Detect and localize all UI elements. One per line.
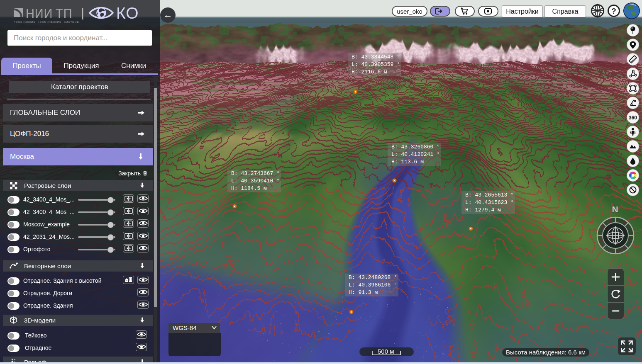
svg-text:КО: КО [116, 4, 139, 22]
svg-text:N: N [612, 204, 618, 214]
svg-text:360: 360 [629, 115, 637, 121]
svg-text:НИИ ТП: НИИ ТП [26, 6, 72, 21]
svg-text:РОССИЙСКИЕ КОСМИЧЕСКИЕ СИСТЕ: РОССИЙСКИЕ КОСМИЧЕСКИЕ СИСТЕМЫ [14, 20, 80, 23]
svg-text:?: ? [611, 7, 616, 15]
